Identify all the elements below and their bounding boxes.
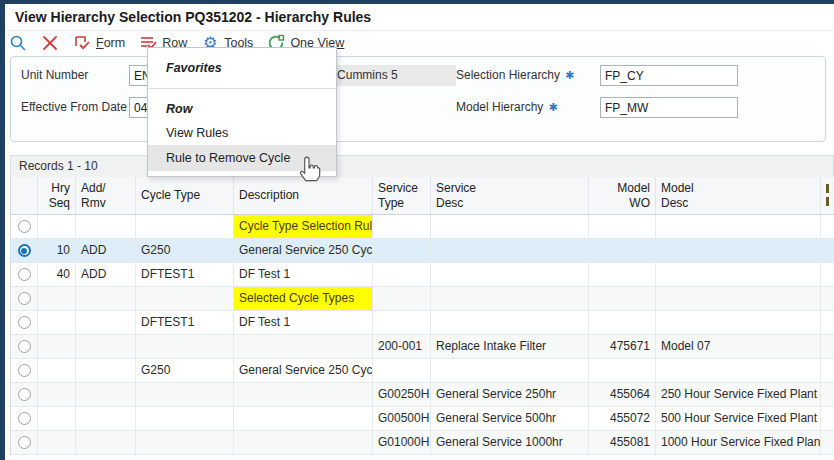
row-select-cell [11,431,38,454]
grid-cell [821,335,834,358]
row-select-cell [11,287,38,310]
grid-cell: 40 [38,263,76,286]
row-radio[interactable] [18,340,31,353]
grid-cell [431,359,589,382]
row-radio[interactable] [18,220,31,233]
table-row[interactable]: 10ADDG250General Service 250 Cycle [11,239,834,263]
grid-cell: 10 [38,239,76,262]
grid-cell [136,383,234,406]
row-radio[interactable] [18,436,31,449]
grid-cell [589,359,656,382]
row-radio[interactable] [18,292,31,305]
grid-cell [76,431,136,454]
effective-from-date-label: Effective From Date [21,100,127,114]
search-icon[interactable] [9,34,27,52]
row-select-cell [11,311,38,334]
grid-cell [136,335,234,358]
grid-cell: 475671 [589,335,656,358]
grid-cell [589,287,656,310]
grid-cell: DFTEST1 [136,311,234,334]
grid-header-model-wo[interactable]: ModelWO [589,177,656,214]
grid-header-add-rmv[interactable]: Add/Rmv [76,177,136,214]
grid-cell [373,311,431,334]
grid-cell [373,359,431,382]
grid-cell: 455064 [589,383,656,406]
row-select-cell [11,335,38,358]
grid-cell: DF Test 1 [234,263,373,286]
grid-cell [76,335,136,358]
grid-header-cycle-type[interactable]: Cycle Type [136,177,234,214]
grid-cell [234,383,373,406]
grid-cell [38,359,76,382]
row-select-cell [11,263,38,286]
row-radio[interactable] [18,244,31,257]
grid-cell: ADD [76,263,136,286]
grid-cell [821,263,834,286]
table-row[interactable]: G250General Service 250 Cycle [11,359,834,383]
required-asterisk-icon: ✱ [565,69,574,81]
grid-cell: G250 [136,359,234,382]
selection-hierarchy-input[interactable] [600,65,738,86]
table-row[interactable]: G01000HGeneral Service 1000hr4550811000 … [11,431,834,455]
grid-cell [589,311,656,334]
grid-cell [656,311,821,334]
grid-header-service-desc[interactable]: ServiceDesc [431,177,589,214]
grid-cell: Selected Cycle Types [234,287,373,310]
row-radio[interactable] [18,268,31,281]
table-row[interactable]: G00500HGeneral Service 500hr455072500 Ho… [11,407,834,431]
close-icon[interactable] [41,34,59,52]
grid-cell [821,287,834,310]
grid-cell [38,215,76,238]
model-hierarchy-input[interactable] [600,97,738,118]
grid-cell [431,287,589,310]
data-grid: HrySeq Add/Rmv Cycle Type Description Se… [10,177,834,455]
menu-item-view-rules[interactable]: View Rules [148,121,336,145]
table-row[interactable]: G00250HGeneral Service 250hr455064250 Ho… [11,383,834,407]
grid-cell: 455072 [589,407,656,430]
row-select-cell [11,239,38,262]
grid-cell [76,383,136,406]
grid-header-hry-seq[interactable]: HrySeq [38,177,76,214]
table-row[interactable]: Cycle Type Selection Rules [11,215,834,239]
grid-header-clipped-column [821,177,834,214]
table-row[interactable]: Selected Cycle Types [11,287,834,311]
grid-cell [431,263,589,286]
title-bar: View Hierarchy Selection PQ351202 - Hier… [5,4,834,31]
grid-header-model-desc[interactable]: ModelDesc [656,177,821,214]
form-menu-button[interactable]: Form [73,34,125,52]
grid-cell [821,431,834,454]
grid-cell [373,215,431,238]
grid-cell: G00500H [373,407,431,430]
form-menu-label: Form [96,36,125,50]
grid-cell: General Service 250hr [431,383,589,406]
grid-header-row: HrySeq Add/Rmv Cycle Type Description Se… [11,177,834,215]
row-radio[interactable] [18,388,31,401]
grid-cell [821,239,834,262]
grid-cell [589,239,656,262]
grid-cell [656,359,821,382]
grid-cell: General Service 1000hr [431,431,589,454]
grid-cell: DFTEST1 [136,263,234,286]
grid-cell: DF Test 1 [234,311,373,334]
grid-cell [76,215,136,238]
grid-header-radio-column [11,177,38,214]
row-radio[interactable] [18,364,31,377]
menu-section-favorites: Favorites [148,56,336,80]
table-row[interactable]: DFTEST1DF Test 1 [11,311,834,335]
window-frame-left [0,0,5,460]
grid-cell: General Service 250 Cycle [234,359,373,382]
row-select-cell [11,407,38,430]
model-hierarchy-label: Model Hierarchy✱ [456,100,558,114]
table-row[interactable]: 200-001Replace Intake Filter475671Model … [11,335,834,359]
menu-divider [148,88,336,89]
header-form-panel: Unit Number Engine 5 - Cummins 5 Effecti… [10,56,826,142]
table-row[interactable]: 40ADDDFTEST1DF Test 1 [11,263,834,287]
row-radio[interactable] [18,316,31,329]
grid-cell: G00250H [373,383,431,406]
grid-cell [136,215,234,238]
menu-section-row: Row [148,97,336,121]
grid-cell [656,239,821,262]
grid-cell: G01000H [373,431,431,454]
grid-header-service-type[interactable]: ServiceType [373,177,431,214]
row-radio[interactable] [18,412,31,425]
